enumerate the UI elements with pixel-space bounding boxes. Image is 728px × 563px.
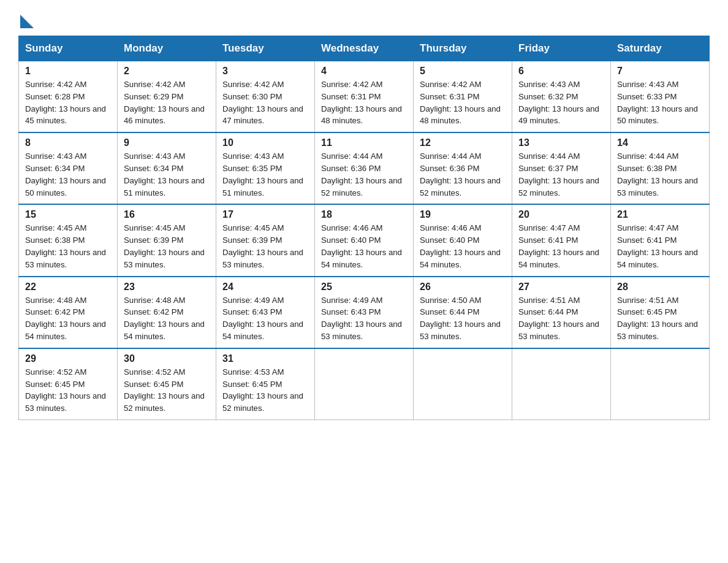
day-number: 2 xyxy=(124,66,211,77)
day-info: Sunrise: 4:42 AMSunset: 6:30 PMDaylight:… xyxy=(222,79,309,127)
day-number: 8 xyxy=(25,137,112,148)
day-number: 21 xyxy=(617,209,704,220)
col-header-friday: Friday xyxy=(512,36,611,61)
day-number: 4 xyxy=(321,66,408,77)
day-number: 9 xyxy=(124,137,211,148)
day-info: Sunrise: 4:51 AMSunset: 6:45 PMDaylight:… xyxy=(617,294,704,343)
day-number: 22 xyxy=(25,282,112,293)
calendar-cell: 23 Sunrise: 4:48 AMSunset: 6:42 PMDaylig… xyxy=(118,277,216,348)
calendar-cell: 4 Sunrise: 4:42 AMSunset: 6:31 PMDayligh… xyxy=(315,61,414,133)
day-info: Sunrise: 4:47 AMSunset: 6:41 PMDaylight:… xyxy=(617,222,704,270)
day-number: 29 xyxy=(25,353,112,364)
calendar-cell: 20 Sunrise: 4:47 AMSunset: 6:41 PMDaylig… xyxy=(512,204,611,276)
day-info: Sunrise: 4:43 AMSunset: 6:34 PMDaylight:… xyxy=(25,150,112,199)
day-info: Sunrise: 4:46 AMSunset: 6:40 PMDaylight:… xyxy=(420,222,507,270)
calendar-cell: 9 Sunrise: 4:43 AMSunset: 6:34 PMDayligh… xyxy=(118,132,216,204)
day-info: Sunrise: 4:52 AMSunset: 6:45 PMDaylight:… xyxy=(25,366,112,415)
calendar-cell: 6 Sunrise: 4:43 AMSunset: 6:32 PMDayligh… xyxy=(512,61,611,133)
calendar-cell: 15 Sunrise: 4:45 AMSunset: 6:38 PMDaylig… xyxy=(19,204,118,276)
day-number: 6 xyxy=(518,66,605,77)
calendar-cell: 26 Sunrise: 4:50 AMSunset: 6:44 PMDaylig… xyxy=(414,277,512,348)
calendar-cell: 27 Sunrise: 4:51 AMSunset: 6:44 PMDaylig… xyxy=(512,277,611,348)
col-header-wednesday: Wednesday xyxy=(315,36,414,61)
day-number: 20 xyxy=(518,209,605,220)
day-info: Sunrise: 4:48 AMSunset: 6:42 PMDaylight:… xyxy=(124,294,211,343)
day-number: 24 xyxy=(222,282,309,293)
logo-arrow-icon xyxy=(20,15,34,28)
day-info: Sunrise: 4:53 AMSunset: 6:45 PMDaylight:… xyxy=(222,366,309,415)
day-info: Sunrise: 4:45 AMSunset: 6:39 PMDaylight:… xyxy=(222,222,309,270)
calendar-cell: 10 Sunrise: 4:43 AMSunset: 6:35 PMDaylig… xyxy=(216,132,315,204)
calendar-cell xyxy=(315,348,414,420)
calendar-cell: 16 Sunrise: 4:45 AMSunset: 6:39 PMDaylig… xyxy=(118,204,216,276)
day-info: Sunrise: 4:49 AMSunset: 6:43 PMDaylight:… xyxy=(321,294,408,343)
day-number: 17 xyxy=(222,209,309,220)
calendar-cell: 19 Sunrise: 4:46 AMSunset: 6:40 PMDaylig… xyxy=(414,204,512,276)
day-info: Sunrise: 4:45 AMSunset: 6:39 PMDaylight:… xyxy=(124,222,211,270)
day-number: 25 xyxy=(321,282,408,293)
calendar-cell: 22 Sunrise: 4:48 AMSunset: 6:42 PMDaylig… xyxy=(19,277,118,348)
col-header-sunday: Sunday xyxy=(19,36,118,61)
day-number: 1 xyxy=(25,66,112,77)
day-number: 5 xyxy=(420,66,507,77)
calendar-cell: 12 Sunrise: 4:44 AMSunset: 6:36 PMDaylig… xyxy=(414,132,512,204)
page-header xyxy=(18,12,710,25)
day-number: 10 xyxy=(222,137,309,148)
calendar-cell: 24 Sunrise: 4:49 AMSunset: 6:43 PMDaylig… xyxy=(216,277,315,348)
day-info: Sunrise: 4:42 AMSunset: 6:31 PMDaylight:… xyxy=(420,79,507,127)
calendar-header-row: SundayMondayTuesdayWednesdayThursdayFrid… xyxy=(19,36,710,61)
calendar-week-row: 29 Sunrise: 4:52 AMSunset: 6:45 PMDaylig… xyxy=(19,348,710,420)
day-info: Sunrise: 4:43 AMSunset: 6:35 PMDaylight:… xyxy=(222,150,309,199)
calendar-week-row: 8 Sunrise: 4:43 AMSunset: 6:34 PMDayligh… xyxy=(19,132,710,204)
day-number: 23 xyxy=(124,282,211,293)
day-number: 30 xyxy=(124,353,211,364)
day-info: Sunrise: 4:51 AMSunset: 6:44 PMDaylight:… xyxy=(518,294,605,343)
day-number: 19 xyxy=(420,209,507,220)
col-header-tuesday: Tuesday xyxy=(216,36,315,61)
svg-marker-0 xyxy=(20,15,34,28)
day-info: Sunrise: 4:49 AMSunset: 6:43 PMDaylight:… xyxy=(222,294,309,343)
day-info: Sunrise: 4:42 AMSunset: 6:28 PMDaylight:… xyxy=(25,79,112,127)
calendar-week-row: 1 Sunrise: 4:42 AMSunset: 6:28 PMDayligh… xyxy=(19,61,710,133)
day-number: 7 xyxy=(617,66,704,77)
calendar-cell: 11 Sunrise: 4:44 AMSunset: 6:36 PMDaylig… xyxy=(315,132,414,204)
calendar-cell xyxy=(512,348,611,420)
calendar-cell: 29 Sunrise: 4:52 AMSunset: 6:45 PMDaylig… xyxy=(19,348,118,420)
calendar-week-row: 15 Sunrise: 4:45 AMSunset: 6:38 PMDaylig… xyxy=(19,204,710,276)
day-info: Sunrise: 4:48 AMSunset: 6:42 PMDaylight:… xyxy=(25,294,112,343)
calendar-cell: 25 Sunrise: 4:49 AMSunset: 6:43 PMDaylig… xyxy=(315,277,414,348)
day-info: Sunrise: 4:50 AMSunset: 6:44 PMDaylight:… xyxy=(420,294,507,343)
day-info: Sunrise: 4:44 AMSunset: 6:36 PMDaylight:… xyxy=(420,150,507,199)
day-number: 26 xyxy=(420,282,507,293)
calendar-cell: 31 Sunrise: 4:53 AMSunset: 6:45 PMDaylig… xyxy=(216,348,315,420)
calendar-cell: 14 Sunrise: 4:44 AMSunset: 6:38 PMDaylig… xyxy=(611,132,710,204)
calendar-cell: 2 Sunrise: 4:42 AMSunset: 6:29 PMDayligh… xyxy=(118,61,216,133)
day-info: Sunrise: 4:44 AMSunset: 6:36 PMDaylight:… xyxy=(321,150,408,199)
day-number: 11 xyxy=(321,137,408,148)
calendar-cell: 5 Sunrise: 4:42 AMSunset: 6:31 PMDayligh… xyxy=(414,61,512,133)
calendar-cell: 13 Sunrise: 4:44 AMSunset: 6:37 PMDaylig… xyxy=(512,132,611,204)
calendar-cell: 8 Sunrise: 4:43 AMSunset: 6:34 PMDayligh… xyxy=(19,132,118,204)
day-info: Sunrise: 4:44 AMSunset: 6:37 PMDaylight:… xyxy=(518,150,605,199)
calendar-table: SundayMondayTuesdayWednesdayThursdayFrid… xyxy=(18,36,710,420)
day-number: 28 xyxy=(617,282,704,293)
calendar-week-row: 22 Sunrise: 4:48 AMSunset: 6:42 PMDaylig… xyxy=(19,277,710,348)
calendar-cell: 30 Sunrise: 4:52 AMSunset: 6:45 PMDaylig… xyxy=(118,348,216,420)
calendar-cell: 21 Sunrise: 4:47 AMSunset: 6:41 PMDaylig… xyxy=(611,204,710,276)
col-header-thursday: Thursday xyxy=(414,36,512,61)
day-number: 14 xyxy=(617,137,704,148)
calendar-cell: 28 Sunrise: 4:51 AMSunset: 6:45 PMDaylig… xyxy=(611,277,710,348)
day-info: Sunrise: 4:43 AMSunset: 6:34 PMDaylight:… xyxy=(124,150,211,199)
day-number: 12 xyxy=(420,137,507,148)
calendar-cell: 18 Sunrise: 4:46 AMSunset: 6:40 PMDaylig… xyxy=(315,204,414,276)
day-info: Sunrise: 4:44 AMSunset: 6:38 PMDaylight:… xyxy=(617,150,704,199)
calendar-cell: 1 Sunrise: 4:42 AMSunset: 6:28 PMDayligh… xyxy=(19,61,118,133)
day-number: 3 xyxy=(222,66,309,77)
col-header-saturday: Saturday xyxy=(611,36,710,61)
calendar-cell xyxy=(414,348,512,420)
day-info: Sunrise: 4:47 AMSunset: 6:41 PMDaylight:… xyxy=(518,222,605,270)
calendar-cell xyxy=(611,348,710,420)
day-number: 13 xyxy=(518,137,605,148)
day-number: 15 xyxy=(25,209,112,220)
day-info: Sunrise: 4:46 AMSunset: 6:40 PMDaylight:… xyxy=(321,222,408,270)
